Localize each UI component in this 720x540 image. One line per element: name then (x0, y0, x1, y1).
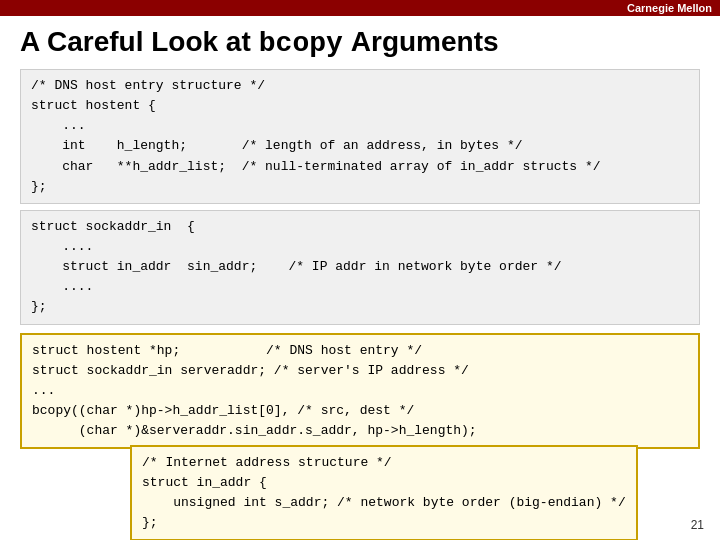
title-prefix: A Careful Look at (20, 26, 251, 58)
university-label: Carnegie Mellon (627, 2, 712, 14)
main-content: A Careful Look at bcopy Arguments /* DNS… (0, 16, 720, 459)
code-block-hostent: /* DNS host entry structure */ struct ho… (20, 69, 700, 204)
slide-title: A Careful Look at bcopy Arguments (20, 26, 700, 59)
code-block-sockaddr: struct sockaddr_in { .... struct in_addr… (20, 210, 700, 325)
tooltip-in-addr: /* Internet address structure */ struct … (130, 445, 638, 540)
page-number: 21 (691, 518, 704, 532)
top-bar: Carnegie Mellon (0, 0, 720, 16)
title-suffix: Arguments (351, 26, 499, 58)
title-mono: bcopy (259, 28, 343, 59)
second-area: struct sockaddr_in { .... struct in_addr… (20, 210, 700, 325)
code-block-bcopy: struct hostent *hp; /* DNS host entry */… (20, 333, 700, 450)
